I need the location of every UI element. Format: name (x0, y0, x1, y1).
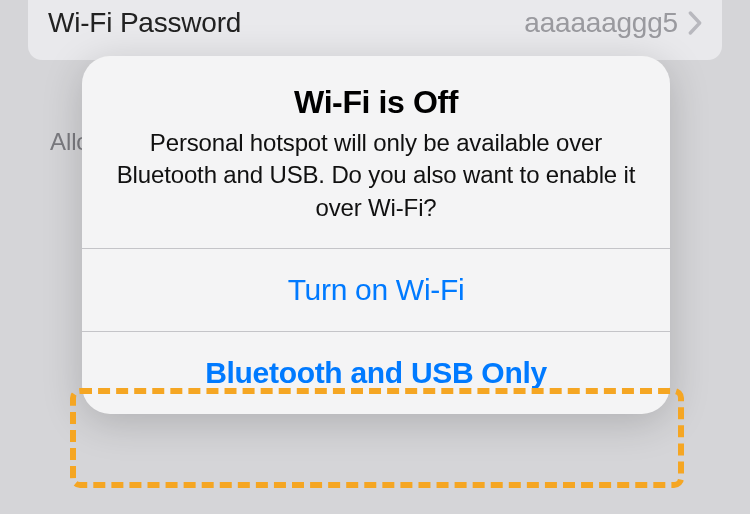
turn-on-wifi-button[interactable]: Turn on Wi-Fi (82, 249, 670, 331)
alert-header: Wi-Fi is Off Personal hotspot will only … (82, 56, 670, 248)
alert-message: Personal hotspot will only be available … (116, 127, 636, 224)
bluetooth-usb-only-button[interactable]: Bluetooth and USB Only (82, 332, 670, 414)
modal-backdrop: Wi-Fi is Off Personal hotspot will only … (0, 0, 750, 514)
alert-title: Wi-Fi is Off (116, 84, 636, 121)
wifi-off-alert: Wi-Fi is Off Personal hotspot will only … (82, 56, 670, 414)
